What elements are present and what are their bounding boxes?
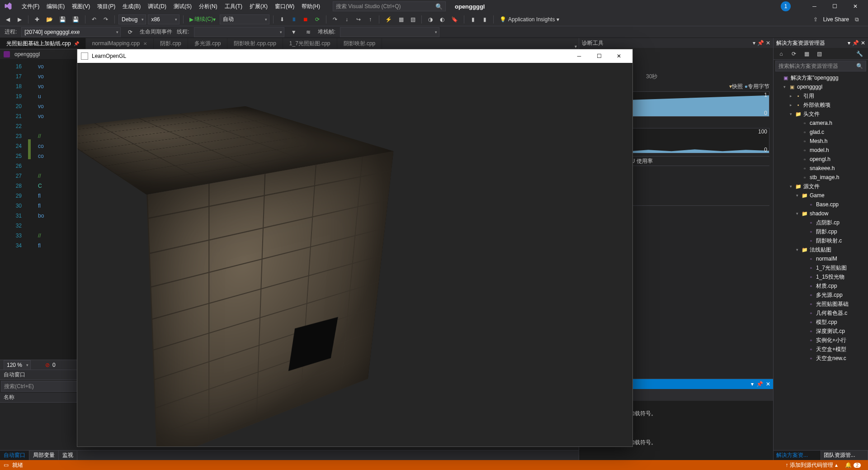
menu-debug[interactable]: 调试(D) — [144, 1, 170, 12]
pause-button[interactable]: ⏸ — [289, 14, 299, 24]
error-icon[interactable]: ⊘ — [45, 362, 50, 368]
gl-viewport[interactable] — [77, 63, 632, 446]
gl-max-button[interactable]: ☐ — [589, 49, 609, 63]
zoom-combo[interactable]: 120 % — [4, 360, 31, 370]
gl-min-button[interactable]: ─ — [569, 49, 589, 63]
menu-help[interactable]: 帮助(H) — [298, 1, 324, 12]
platform-combo[interactable]: x86 — [148, 14, 179, 24]
menu-ext[interactable]: 扩展(X) — [246, 1, 271, 12]
filter-icon[interactable]: ▼ — [289, 27, 299, 37]
menu-tools[interactable]: 工具(T) — [221, 1, 246, 12]
minimize-button[interactable]: ─ — [804, 0, 825, 13]
breadcrumb[interactable]: openggggl — [14, 51, 40, 57]
pin-icon[interactable]: 📌 — [74, 41, 79, 46]
tree-normal-9[interactable]: ▫实例化+小行 — [774, 336, 868, 345]
tree-h-4[interactable]: ▫opengl.h — [774, 155, 868, 164]
tree-normal-5[interactable]: ▫光照贴图基础 — [774, 299, 868, 309]
restart-button[interactable]: ⟳ — [312, 14, 322, 24]
menu-analyze[interactable]: 分析(N) — [195, 1, 221, 12]
dbg-btn1[interactable]: ⬇ — [277, 14, 287, 24]
tab-1[interactable]: normalMapping.cpp✕ — [86, 38, 154, 49]
bottomtab-locals[interactable]: 局部变量 — [29, 451, 59, 460]
liveshare-icon[interactable]: ⇪ — [811, 14, 821, 24]
menu-window[interactable]: 窗口(W) — [271, 1, 298, 12]
setab-team[interactable]: 团队资源管... — [821, 451, 868, 460]
tree-normal-6[interactable]: ▫几何着色器.c — [774, 309, 868, 318]
tree-normal-4[interactable]: ▫多光源.cpp — [774, 290, 868, 299]
stackframe-combo[interactable] — [340, 27, 439, 37]
se-pin-icon[interactable]: 📌 — [852, 40, 859, 46]
tree-normal-1[interactable]: ▫1_7光照贴图 — [774, 263, 868, 272]
tool-a[interactable]: ⚡ — [383, 14, 394, 24]
tab-overflow-icon[interactable]: ▾ — [572, 44, 579, 49]
se-close-icon[interactable]: ✕ — [861, 40, 865, 46]
tree-game[interactable]: ▾📁Game — [774, 191, 868, 200]
se-drop-icon[interactable]: ▾ — [848, 40, 850, 46]
tool-e[interactable]: ◐ — [437, 14, 447, 24]
bookmark-icon[interactable]: 🔖 — [449, 14, 460, 24]
out-drop-icon[interactable]: ▾ — [751, 381, 754, 387]
se-wrench-icon[interactable]: 🔧 — [854, 49, 865, 59]
tree-normal-7[interactable]: ▫模型.cpp — [774, 318, 868, 327]
menu-edit[interactable]: 编辑(E) — [43, 1, 68, 12]
search-input[interactable]: 搜索 Visual Studio (Ctrl+Q) 🔍 — [333, 1, 446, 11]
step-into-button[interactable]: ↓ — [342, 14, 352, 24]
save-button[interactable]: 💾 — [57, 14, 68, 24]
thread-combo[interactable]: 自动 — [220, 14, 269, 24]
tree-h-0[interactable]: ▫camera.h — [774, 119, 868, 128]
bottomtab-autos[interactable]: 自动窗口 — [0, 451, 29, 460]
tree-ext[interactable]: ▸▪外部依赖项 — [774, 100, 868, 109]
tree-h-3[interactable]: ▫model.h — [774, 146, 868, 155]
tree-game-0[interactable]: ▫Base.cpp — [774, 200, 868, 209]
menu-test[interactable]: 测试(S) — [170, 1, 195, 12]
tree-h-1[interactable]: ▫glad.c — [774, 128, 868, 137]
bottomtab-watch[interactable]: 监视 — [59, 451, 77, 460]
tab-4[interactable]: 阴影映射.cpp.cpp — [227, 38, 283, 49]
step-over-button[interactable]: ↪ — [354, 14, 363, 24]
out-pin-icon[interactable]: 📌 — [756, 381, 763, 387]
menu-build[interactable]: 生成(B) — [119, 1, 144, 12]
se-tool3[interactable]: ▦ — [802, 49, 811, 59]
tree-h-5[interactable]: ▫snakeee.h — [774, 164, 868, 173]
tree-normal-11[interactable]: ▫天空盒new.c — [774, 354, 868, 363]
tool-f[interactable]: ▮ — [468, 14, 478, 24]
se-home-icon[interactable]: ⌂ — [776, 49, 786, 59]
tree-src[interactable]: ▾📁源文件 — [774, 182, 868, 191]
tool-d[interactable]: ◑ — [425, 14, 435, 24]
pin-icon[interactable]: 📌 — [757, 40, 764, 46]
open-button[interactable]: 📂 — [44, 14, 55, 24]
tree-refs[interactable]: ▸▪引用 — [774, 91, 868, 100]
se-sync-icon[interactable]: ⟳ — [789, 49, 799, 59]
liveshare-label[interactable]: Live Share — [823, 16, 849, 23]
saveall-button[interactable]: 💾 — [70, 14, 81, 24]
app-insights-button[interactable]: 💡Application Insights ▾ — [497, 14, 561, 24]
threads-icon[interactable]: ≋ — [303, 27, 313, 37]
maximize-button[interactable]: ☐ — [825, 0, 845, 13]
tab-5[interactable]: 1_7光照贴图.cpp — [283, 38, 337, 49]
tree-shadow-2[interactable]: ▫阴影映射.c — [774, 236, 868, 245]
solexp-search[interactable]: 搜索解决方案资源管理器 🔍 — [775, 61, 866, 71]
tree-h-6[interactable]: ▫stb_image.h — [774, 173, 868, 182]
tree-normal[interactable]: ▾📁法线贴图 — [774, 245, 868, 254]
notification-badge[interactable]: 1 — [781, 1, 791, 11]
stop-button[interactable]: ⏹ — [301, 14, 311, 24]
opengl-window[interactable]: LearnOpenGL ─ ☐ ✕ — [77, 49, 633, 447]
tree-normal-10[interactable]: ▫天空盒+模型 — [774, 345, 868, 354]
se-tool4[interactable]: ▧ — [814, 49, 824, 59]
tab-2[interactable]: 阴影.cpp — [154, 38, 188, 49]
nav-back-button[interactable]: ◀ — [3, 14, 13, 24]
tab-0[interactable]: 光照贴图基础上加贴纸.cpp📌 — [0, 38, 86, 49]
solution-tree[interactable]: ▣解决方案"opengggg▾▣openggggl▸▪引用▸▪外部依赖项▾📁头文… — [774, 72, 868, 450]
menu-view[interactable]: 视图(V) — [68, 1, 94, 12]
setab-sol[interactable]: 解决方案资... — [774, 451, 821, 460]
tree-normal-3[interactable]: ▫材质.cpp — [774, 281, 868, 290]
close-tab-icon[interactable]: ✕ — [143, 41, 147, 46]
tool-c[interactable]: ▧ — [408, 14, 418, 24]
tree-shadow[interactable]: ▾📁shadow — [774, 209, 868, 218]
tree-h-2[interactable]: ▫Mesh.h — [774, 137, 868, 146]
gl-close-button[interactable]: ✕ — [609, 49, 629, 63]
out-close-icon[interactable]: ✕ — [766, 381, 770, 387]
drop-icon[interactable]: ▾ — [753, 40, 755, 46]
tool-b[interactable]: ▦ — [396, 14, 406, 24]
close-button[interactable]: ✕ — [845, 0, 865, 13]
